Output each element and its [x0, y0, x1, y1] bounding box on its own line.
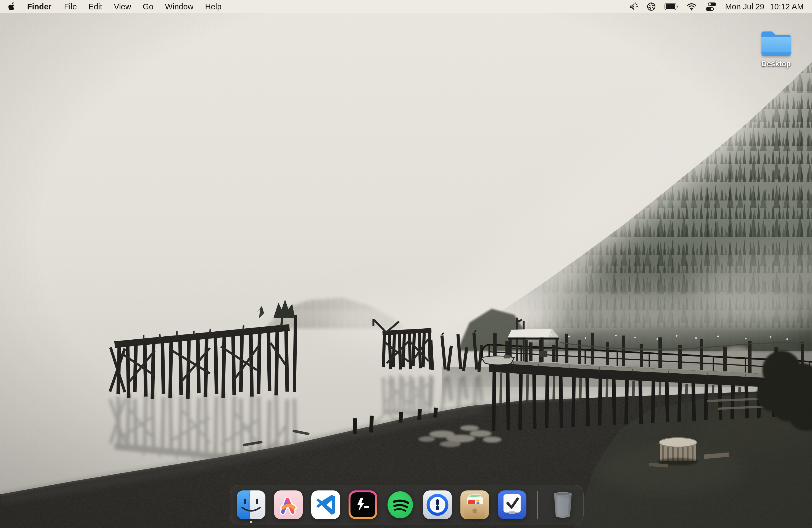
terminal-icon — [349, 490, 377, 519]
dock-item-reeder[interactable] — [460, 490, 489, 519]
finder-icon — [237, 490, 265, 519]
arc-browser-icon — [274, 490, 303, 519]
control-center-icon[interactable] — [706, 2, 716, 11]
trash-icon — [549, 490, 577, 519]
dock-item-1password[interactable] — [423, 490, 452, 519]
dock-separator — [537, 491, 538, 519]
aperture-icon[interactable] — [647, 2, 656, 11]
battery-icon[interactable] — [665, 3, 678, 10]
1password-icon — [423, 490, 452, 519]
dock-item-things[interactable] — [498, 490, 526, 519]
dock-item-finder[interactable] — [237, 490, 265, 519]
clock-time: 10:12 AM — [770, 2, 804, 11]
menu-item-view[interactable]: View — [108, 2, 137, 11]
things-icon — [498, 490, 526, 519]
menu-item-app[interactable]: Finder — [20, 2, 58, 11]
menu-bar: Finder File Edit View Go Window Help — [0, 0, 812, 13]
menu-bar-clock[interactable]: Mon Jul 29 10:12 AM — [725, 2, 804, 11]
desktop-folder-icon[interactable]: Desktop — [756, 28, 796, 68]
clock-date: Mon Jul 29 — [725, 2, 765, 11]
dock-item-arc-browser[interactable] — [274, 490, 303, 519]
menu-item-help[interactable]: Help — [199, 2, 228, 11]
dock-item-trash[interactable] — [549, 490, 577, 519]
menu-bar-left: Finder File Edit View Go Window Help — [8, 2, 227, 11]
menu-item-edit[interactable]: Edit — [83, 2, 108, 11]
menu-bar-status: Mon Jul 29 10:12 AM — [628, 2, 804, 11]
folder-icon — [759, 28, 793, 57]
apple-logo-icon — [8, 2, 15, 11]
menu-item-window[interactable]: Window — [159, 2, 199, 11]
dock — [230, 485, 584, 524]
volume-muted-icon[interactable] — [628, 2, 638, 11]
dock-item-vscode[interactable] — [311, 490, 340, 519]
desktop-folder-label: Desktop — [762, 60, 791, 68]
running-indicator-dot — [250, 521, 252, 523]
wallpaper-image — [0, 0, 812, 528]
dock-item-terminal[interactable] — [349, 490, 377, 519]
menu-item-file[interactable]: File — [58, 2, 83, 11]
vscode-icon — [311, 490, 340, 519]
reeder-icon — [460, 490, 489, 519]
spotify-icon — [386, 490, 415, 519]
wifi-icon[interactable] — [686, 3, 697, 11]
menu-item-go[interactable]: Go — [137, 2, 159, 11]
apple-menu[interactable] — [8, 2, 17, 11]
dock-item-spotify[interactable] — [386, 490, 415, 519]
